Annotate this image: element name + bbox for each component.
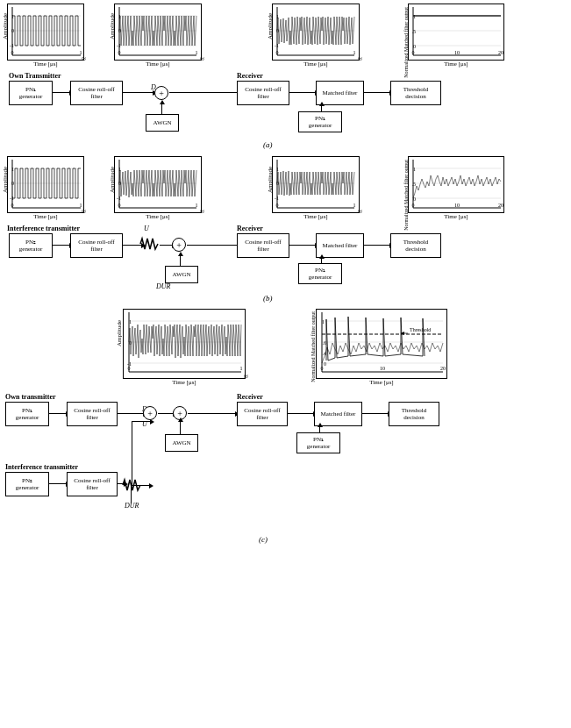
svg-text:-1: -1 <box>275 43 279 48</box>
interference-transmitter-label-b: Interference transmitter <box>7 225 80 232</box>
arrow-summer2-rcvr-c <box>188 413 236 414</box>
arrow-summer1-summer2-c <box>158 413 174 414</box>
svg-text:1: 1 <box>118 14 121 19</box>
arrow-pn1rcvr-matched-c <box>319 426 320 432</box>
arrow-pn2-cosine-c <box>49 483 67 484</box>
plot-c2-ylabel: Normalized Matched filter output <box>310 311 317 382</box>
svg-text:0: 0 <box>276 203 279 208</box>
pn1-gen-rcvr-c: PN₁generator <box>296 432 340 453</box>
main-container: 0 1 0 1 -1 Time [μs] Amplitude 0 1 0 1 -… <box>0 0 571 728</box>
cosine-filter-rcvr-b: Cosine roll-offfilter <box>237 233 289 258</box>
plot-a2: 0 1 0 1 -1 <box>114 4 202 61</box>
arrow-att-summer-c-horiz <box>131 485 150 486</box>
receiver-label-b: Receiver <box>237 225 263 232</box>
pn1-gen-rcvr-b: PN₁generator <box>298 263 342 284</box>
plot-b4: 0 10 20 1 .5 0 <box>408 156 504 213</box>
summer1-c: + <box>143 406 157 420</box>
plot-a3-xlabel: Time [μs] <box>272 61 360 68</box>
threshold-decision-b: Thresholddecision <box>390 233 441 258</box>
svg-text:0: 0 <box>129 340 132 346</box>
plot-b3: 0 1 0 1 -1 <box>272 156 360 213</box>
plot-a1: 0 1 0 1 -1 <box>7 4 84 61</box>
svg-text:1: 1 <box>413 14 416 19</box>
cosine-filter-rcvr-a: Cosine roll-offfilter <box>237 81 289 105</box>
axis-break-a3: ≈ <box>358 54 362 63</box>
arrow-cosine-summer1-c <box>118 413 144 414</box>
svg-text:.5: .5 <box>412 29 417 34</box>
arrow-awgn-c <box>180 421 181 434</box>
svg-text:10: 10 <box>380 366 385 371</box>
svg-text:0: 0 <box>118 203 121 208</box>
svg-text:1: 1 <box>322 319 325 325</box>
plot-b3-xlabel: Time [μs] <box>272 213 360 220</box>
svg-text:1: 1 <box>118 167 121 172</box>
own-transmitter-label-a: Own Transmitter <box>9 72 61 80</box>
summer-b: + <box>172 238 186 252</box>
plot-b3-ylabel: Amplitude <box>267 167 274 193</box>
svg-text:1: 1 <box>196 203 198 208</box>
svg-text:1: 1 <box>353 50 356 55</box>
svg-text:20: 20 <box>498 50 503 55</box>
plot-a2-ylabel: Amplitude <box>109 13 116 39</box>
svg-text:1: 1 <box>353 203 356 208</box>
arrow-cosine-matched-b <box>289 245 316 246</box>
svg-text:0: 0 <box>118 181 121 186</box>
plot-c2: 0 10 20 1 .6 .4 0 Threshold <box>316 309 447 379</box>
receiver-label-a: Receiver <box>237 72 263 80</box>
svg-text:0: 0 <box>118 50 121 55</box>
svg-text:-1: -1 <box>117 43 121 48</box>
svg-text:.5: .5 <box>412 182 417 187</box>
plot-b2-xlabel: Time [μs] <box>114 213 202 220</box>
axis-break-a1: ≈ <box>82 54 86 63</box>
axis-break-a2: ≈ <box>200 54 204 63</box>
awgn-b: AWGN <box>165 266 198 283</box>
arrow-pn1rcvr-matched-b <box>321 258 322 263</box>
cosine-filter-b: Cosine roll-offfilter <box>70 233 123 258</box>
plot-a4: 0 10 20 1 .5 0 <box>408 4 504 61</box>
plot-c2-xlabel: Time [μs] <box>316 379 447 386</box>
svg-text:10: 10 <box>454 50 460 55</box>
svg-text:0: 0 <box>412 50 415 55</box>
arrow-att-summer-c-vert <box>131 485 132 503</box>
plot-b4-xlabel: Time [μs] <box>408 213 504 220</box>
axis-break-b2: ≈ <box>200 207 204 216</box>
plot-b4-ylabel: Normalized Matched filter output <box>403 160 410 231</box>
svg-text:0: 0 <box>11 28 14 33</box>
arrow-pn1-cosine-a <box>53 92 70 93</box>
awgn-a: AWGN <box>146 114 179 132</box>
svg-text:0: 0 <box>118 28 121 33</box>
svg-text:1: 1 <box>129 319 132 325</box>
svg-text:0: 0 <box>276 50 279 55</box>
plot-a2-xlabel: Time [μs] <box>114 61 202 68</box>
svg-text:20: 20 <box>498 203 503 208</box>
svg-text:-1: -1 <box>117 196 121 201</box>
cosine-filter-int-c: Cosine roll-offfilter <box>67 472 118 496</box>
svg-text:-1: -1 <box>127 361 132 367</box>
svg-text:1: 1 <box>276 167 279 172</box>
own-transmitter-label-c: Own transmitter <box>5 393 56 401</box>
axis-break-c1: ≈ <box>244 372 248 381</box>
arrow-cosine-d-a <box>123 92 153 93</box>
plot-a3: 0 1 0 1 -1 <box>272 4 360 61</box>
arrow-awgn-a <box>161 103 162 114</box>
svg-text:0: 0 <box>11 181 14 186</box>
pn1-gen-a: PN₁generator <box>9 81 53 105</box>
svg-text:1: 1 <box>196 50 198 55</box>
svg-text:Threshold: Threshold <box>410 327 431 332</box>
section-label-a: (a) <box>263 140 273 149</box>
interference-transmitter-label-c: Interference transmitter <box>5 463 78 471</box>
threshold-decision-a: Thresholddecision <box>390 81 441 105</box>
pn2-gen-b: PN₂generator <box>9 233 53 258</box>
plot-c1-xlabel: Time [μs] <box>123 379 246 386</box>
arrow-matched-threshold-b <box>364 245 390 246</box>
svg-text:0: 0 <box>324 361 326 367</box>
plot-a1-ylabel: Amplitude <box>2 13 9 39</box>
pn2-gen-c: PN₂generator <box>5 472 49 496</box>
svg-text:10: 10 <box>454 203 460 208</box>
arrow-pn2-cosine-b <box>53 245 70 246</box>
plot-a3-ylabel: Amplitude <box>267 13 274 39</box>
arrow-awgn-b <box>180 255 181 266</box>
arrow-cosine-matched-a <box>289 92 316 93</box>
section-label-c: (c) <box>259 535 268 544</box>
dur-label-c: DUR <box>125 502 139 510</box>
